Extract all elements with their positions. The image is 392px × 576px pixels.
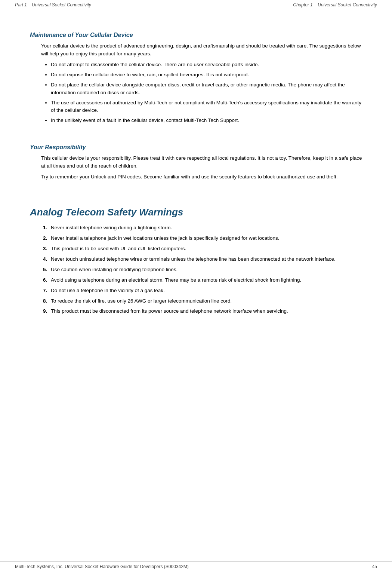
header-bar: Part 1 – Universal Socket Connectivity C…: [0, 0, 392, 10]
list-item: The use of accessories not authorized by…: [51, 99, 362, 115]
maintenance-section: Maintenance of Your Cellular Device Your…: [30, 32, 362, 125]
footer-left: Multi-Tech Systems, Inc. Universal Socke…: [15, 564, 189, 569]
analog-heading: Analog Telecom Safety Warnings: [30, 206, 362, 218]
footer-bar: Multi-Tech Systems, Inc. Universal Socke…: [0, 561, 392, 569]
footer-right: 45: [372, 564, 377, 569]
list-item: Do not place the cellular device alongsi…: [51, 81, 362, 97]
list-item: Use caution when installing or modifying…: [49, 266, 362, 274]
list-item: This product must be disconnected from i…: [49, 307, 362, 315]
list-item: Do not attempt to disassemble the cellul…: [51, 61, 362, 69]
header-right: Chapter 1 – Universal Socket Connectivit…: [293, 2, 377, 7]
list-item: This product is to be used with UL and c…: [49, 245, 362, 253]
header-left: Part 1 – Universal Socket Connectivity: [15, 2, 91, 7]
page: Part 1 – Universal Socket Connectivity C…: [0, 0, 392, 576]
list-item: Do not use a telephone in the vicinity o…: [49, 287, 362, 295]
list-item: Never touch uninsulated telephone wires …: [49, 255, 362, 263]
list-item: Avoid using a telephone during an electr…: [49, 276, 362, 284]
main-content: Maintenance of Your Cellular Device Your…: [0, 10, 392, 333]
list-item: Never install a telephone jack in wet lo…: [49, 235, 362, 242]
list-item: Never install telephone wiring during a …: [49, 224, 362, 232]
maintenance-intro: Your cellular device is the product of a…: [41, 42, 362, 58]
maintenance-bullet-list: Do not attempt to disassemble the cellul…: [51, 61, 362, 125]
list-item: Do not expose the cellular device to wat…: [51, 71, 362, 79]
responsibility-heading: Your Responsibility: [30, 144, 362, 151]
analog-section: Analog Telecom Safety Warnings Never ins…: [30, 206, 362, 315]
responsibility-para1: This cellular device is your responsibil…: [41, 154, 362, 170]
list-item: In the unlikely event of a fault in the …: [51, 117, 362, 125]
responsibility-para2: Try to remember your Unlock and PIN code…: [41, 173, 362, 181]
maintenance-heading: Maintenance of Your Cellular Device: [30, 32, 362, 39]
responsibility-section: Your Responsibility This cellular device…: [30, 144, 362, 181]
list-item: To reduce the risk of fire, use only 26 …: [49, 297, 362, 305]
analog-numbered-list: Never install telephone wiring during a …: [41, 224, 362, 315]
